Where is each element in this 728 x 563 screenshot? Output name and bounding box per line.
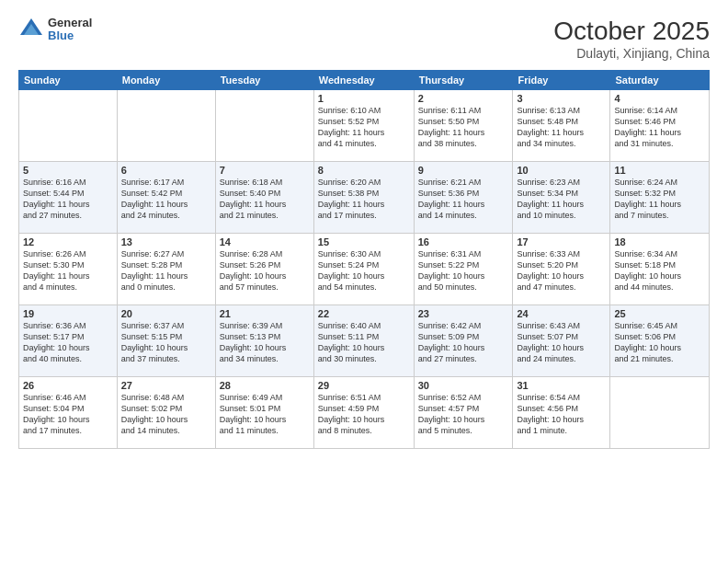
day-number: 8 [318,165,410,176]
logo-general: General [48,17,92,29]
header: General Blue October 2025 Dulayti, Xinji… [18,17,710,61]
calendar-cell [610,377,710,449]
day-number: 23 [418,308,509,319]
day-header-thursday: Thursday [414,71,513,90]
calendar-cell [215,90,313,162]
day-number: 14 [220,236,310,247]
day-number: 16 [418,236,509,247]
title-area: October 2025 Dulayti, Xinjiang, China [553,17,710,61]
day-info: Sunrise: 6:54 AM Sunset: 4:56 PM Dayligh… [517,392,606,437]
day-info: Sunrise: 6:45 AM Sunset: 5:06 PM Dayligh… [614,320,705,365]
day-number: 17 [517,236,606,247]
calendar-table: SundayMondayTuesdayWednesdayThursdayFrid… [18,70,710,449]
day-number: 10 [517,165,606,176]
calendar-cell: 15Sunrise: 6:30 AM Sunset: 5:24 PM Dayli… [313,234,414,305]
day-number: 3 [517,93,606,104]
calendar-cell: 18Sunrise: 6:34 AM Sunset: 5:18 PM Dayli… [610,234,710,305]
logo-icon [18,17,44,42]
calendar-cell: 13Sunrise: 6:27 AM Sunset: 5:28 PM Dayli… [117,234,215,305]
calendar-week-row: 26Sunrise: 6:46 AM Sunset: 5:04 PM Dayli… [19,377,710,449]
calendar-cell: 8Sunrise: 6:20 AM Sunset: 5:38 PM Daylig… [313,162,414,234]
calendar-header-row: SundayMondayTuesdayWednesdayThursdayFrid… [19,71,710,90]
day-info: Sunrise: 6:52 AM Sunset: 4:57 PM Dayligh… [418,392,509,437]
day-info: Sunrise: 6:20 AM Sunset: 5:38 PM Dayligh… [318,177,410,222]
day-info: Sunrise: 6:23 AM Sunset: 5:34 PM Dayligh… [517,177,606,222]
day-info: Sunrise: 6:28 AM Sunset: 5:26 PM Dayligh… [220,248,310,293]
calendar-cell: 17Sunrise: 6:33 AM Sunset: 5:20 PM Dayli… [513,234,610,305]
calendar-cell: 4Sunrise: 6:14 AM Sunset: 5:46 PM Daylig… [610,90,710,162]
calendar-cell: 23Sunrise: 6:42 AM Sunset: 5:09 PM Dayli… [414,305,513,377]
calendar-cell: 5Sunrise: 6:16 AM Sunset: 5:44 PM Daylig… [19,162,118,234]
day-number: 13 [121,236,211,247]
day-info: Sunrise: 6:14 AM Sunset: 5:46 PM Dayligh… [614,105,705,150]
calendar-cell [117,90,215,162]
day-number: 12 [23,236,113,247]
day-number: 19 [23,308,113,319]
day-info: Sunrise: 6:43 AM Sunset: 5:07 PM Dayligh… [517,320,606,365]
calendar-cell: 7Sunrise: 6:18 AM Sunset: 5:40 PM Daylig… [215,162,313,234]
day-number: 20 [121,308,211,319]
day-number: 15 [318,236,410,247]
month-title: October 2025 [553,17,710,46]
calendar-cell: 25Sunrise: 6:45 AM Sunset: 5:06 PM Dayli… [610,305,710,377]
calendar-cell: 10Sunrise: 6:23 AM Sunset: 5:34 PM Dayli… [513,162,610,234]
day-info: Sunrise: 6:16 AM Sunset: 5:44 PM Dayligh… [23,177,113,222]
day-number: 4 [614,93,705,104]
calendar-cell: 26Sunrise: 6:46 AM Sunset: 5:04 PM Dayli… [19,377,118,449]
day-header-sunday: Sunday [19,71,118,90]
day-number: 25 [614,308,705,319]
day-number: 11 [614,165,705,176]
day-number: 31 [517,380,606,391]
day-header-monday: Monday [117,71,215,90]
day-number: 27 [121,380,211,391]
calendar-cell: 22Sunrise: 6:40 AM Sunset: 5:11 PM Dayli… [313,305,414,377]
calendar-cell: 31Sunrise: 6:54 AM Sunset: 4:56 PM Dayli… [513,377,610,449]
day-info: Sunrise: 6:24 AM Sunset: 5:32 PM Dayligh… [614,177,705,222]
day-info: Sunrise: 6:27 AM Sunset: 5:28 PM Dayligh… [121,248,211,293]
day-info: Sunrise: 6:51 AM Sunset: 4:59 PM Dayligh… [318,392,410,437]
day-header-wednesday: Wednesday [313,71,414,90]
calendar-cell: 9Sunrise: 6:21 AM Sunset: 5:36 PM Daylig… [414,162,513,234]
day-number: 21 [220,308,310,319]
day-info: Sunrise: 6:34 AM Sunset: 5:18 PM Dayligh… [614,248,705,293]
day-number: 18 [614,236,705,247]
calendar-cell: 29Sunrise: 6:51 AM Sunset: 4:59 PM Dayli… [313,377,414,449]
day-info: Sunrise: 6:49 AM Sunset: 5:01 PM Dayligh… [220,392,310,437]
logo: General Blue [18,17,92,43]
day-info: Sunrise: 6:39 AM Sunset: 5:13 PM Dayligh… [220,320,310,365]
day-header-friday: Friday [513,71,610,90]
day-number: 26 [23,380,113,391]
day-number: 1 [318,93,410,104]
calendar-week-row: 19Sunrise: 6:36 AM Sunset: 5:17 PM Dayli… [19,305,710,377]
calendar-cell: 24Sunrise: 6:43 AM Sunset: 5:07 PM Dayli… [513,305,610,377]
day-number: 24 [517,308,606,319]
calendar-cell: 2Sunrise: 6:11 AM Sunset: 5:50 PM Daylig… [414,90,513,162]
day-info: Sunrise: 6:30 AM Sunset: 5:24 PM Dayligh… [318,248,410,293]
subtitle: Dulayti, Xinjiang, China [553,46,710,61]
day-number: 7 [220,165,310,176]
day-info: Sunrise: 6:40 AM Sunset: 5:11 PM Dayligh… [318,320,410,365]
calendar-cell: 12Sunrise: 6:26 AM Sunset: 5:30 PM Dayli… [19,234,118,305]
day-number: 9 [418,165,509,176]
day-info: Sunrise: 6:48 AM Sunset: 5:02 PM Dayligh… [121,392,211,437]
calendar-cell [19,90,118,162]
calendar-week-row: 5Sunrise: 6:16 AM Sunset: 5:44 PM Daylig… [19,162,710,234]
day-info: Sunrise: 6:26 AM Sunset: 5:30 PM Dayligh… [23,248,113,293]
calendar-cell: 19Sunrise: 6:36 AM Sunset: 5:17 PM Dayli… [19,305,118,377]
day-info: Sunrise: 6:17 AM Sunset: 5:42 PM Dayligh… [121,177,211,222]
calendar-cell: 3Sunrise: 6:13 AM Sunset: 5:48 PM Daylig… [513,90,610,162]
day-info: Sunrise: 6:13 AM Sunset: 5:48 PM Dayligh… [517,105,606,150]
day-info: Sunrise: 6:31 AM Sunset: 5:22 PM Dayligh… [418,248,509,293]
day-number: 6 [121,165,211,176]
day-header-tuesday: Tuesday [215,71,313,90]
calendar-cell: 20Sunrise: 6:37 AM Sunset: 5:15 PM Dayli… [117,305,215,377]
calendar-cell: 6Sunrise: 6:17 AM Sunset: 5:42 PM Daylig… [117,162,215,234]
calendar-cell: 27Sunrise: 6:48 AM Sunset: 5:02 PM Dayli… [117,377,215,449]
calendar-cell: 28Sunrise: 6:49 AM Sunset: 5:01 PM Dayli… [215,377,313,449]
day-number: 2 [418,93,509,104]
calendar-week-row: 12Sunrise: 6:26 AM Sunset: 5:30 PM Dayli… [19,234,710,305]
calendar-week-row: 1Sunrise: 6:10 AM Sunset: 5:52 PM Daylig… [19,90,710,162]
day-number: 29 [318,380,410,391]
calendar-cell: 14Sunrise: 6:28 AM Sunset: 5:26 PM Dayli… [215,234,313,305]
day-info: Sunrise: 6:11 AM Sunset: 5:50 PM Dayligh… [418,105,509,150]
